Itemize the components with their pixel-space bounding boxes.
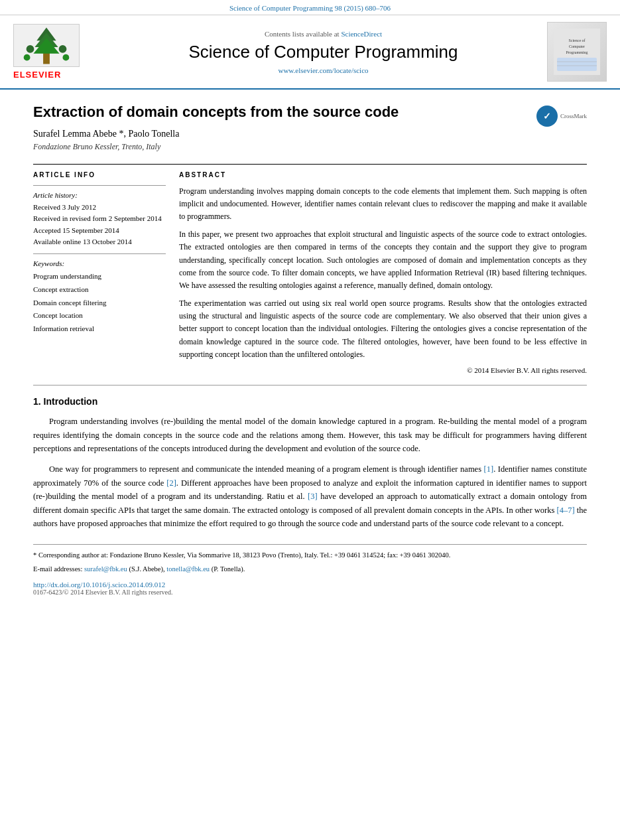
keywords-block: Keywords: Program understanding Concept …: [33, 253, 166, 336]
abstract-heading: ABSTRACT: [179, 171, 587, 178]
svg-rect-12: [557, 58, 597, 71]
article-history-block: Article history: Received 3 July 2012 Re…: [33, 185, 166, 248]
svg-point-6: [24, 54, 31, 60]
svg-point-4: [27, 45, 34, 53]
keywords-label: Keywords:: [33, 259, 166, 267]
article-info-heading: ARTICLE INFO: [33, 171, 166, 178]
science-direct-link[interactable]: ScienceDirect: [341, 30, 382, 38]
article-content: Extraction of domain concepts from the s…: [0, 90, 620, 609]
svg-text:Computer: Computer: [569, 44, 585, 48]
crossmark-icon[interactable]: ✓: [536, 105, 558, 127]
svg-point-7: [63, 54, 70, 60]
introduction-heading: 1. Introduction: [33, 396, 587, 407]
abstract-paragraph-2: In this paper, we present two approaches…: [179, 228, 587, 292]
title-row: Extraction of domain concepts from the s…: [33, 103, 587, 129]
journal-reference-text: Science of Computer Programming 98 (2015…: [229, 4, 391, 12]
abstract-paragraph-1: Program understanding involves mapping d…: [179, 185, 587, 224]
affiliation: Fondazione Bruno Kessler, Trento, Italy: [33, 142, 587, 152]
svg-rect-0: [43, 52, 50, 64]
email-label: E-mail addresses:: [33, 565, 84, 573]
contents-available-line: Contents lists available at ScienceDirec…: [99, 30, 547, 38]
intro-paragraph-1: Program understanding involves (re-)buil…: [33, 415, 587, 456]
footnote-email: E-mail addresses: surafel@fbk.eu (S.J. A…: [33, 564, 587, 575]
keyword-2: Concept extraction: [33, 283, 166, 297]
article-title: Extraction of domain concepts from the s…: [33, 103, 399, 122]
footnote-star: * Corresponding author at: Fondazione Br…: [33, 551, 451, 559]
journal-title: Science of Computer Programming: [99, 42, 547, 62]
accepted-date: Accepted 15 September 2014: [33, 225, 166, 237]
received-revised-date: Received in revised form 2 September 201…: [33, 213, 166, 225]
journal-thumbnail: Science of Computer Programming: [547, 22, 607, 82]
journal-url[interactable]: www.elsevier.com/locate/scico: [99, 66, 547, 74]
email-link-1[interactable]: surafel@fbk.eu: [84, 565, 127, 573]
svg-point-5: [59, 45, 67, 53]
intro-paragraph-2: One way for programmers to represent and…: [33, 462, 587, 531]
email-author-1: (S.J. Abebe),: [129, 565, 166, 573]
received-date: Received 3 July 2012: [33, 202, 166, 214]
journal-center-section: Contents lists available at ScienceDirec…: [99, 30, 547, 74]
elsevier-brand-label: ELSEVIER: [13, 70, 99, 80]
tree-svg: [14, 26, 79, 66]
crossmark-label: CrossMark: [560, 113, 587, 119]
keyword-4: Concept location: [33, 309, 166, 322]
issn-line: 0167-6423/© 2014 Elsevier B.V. All right…: [33, 589, 587, 596]
thumbnail-image: Science of Computer Programming: [548, 23, 606, 81]
journal-reference-bar: Science of Computer Programming 98 (2015…: [0, 0, 620, 15]
keyword-3: Domain concept filtering: [33, 297, 166, 310]
doi-anchor[interactable]: http://dx.doi.org/10.1016/j.scico.2014.0…: [33, 581, 165, 589]
cite-3[interactable]: [3]: [308, 492, 318, 501]
svg-text:Science of: Science of: [568, 38, 585, 42]
cite-2[interactable]: [2]: [166, 478, 176, 488]
article-history-label: Article history:: [33, 191, 166, 199]
elsevier-tree-image: [13, 24, 80, 67]
doi-link[interactable]: http://dx.doi.org/10.1016/j.scico.2014.0…: [33, 581, 587, 589]
section-divider: [33, 385, 587, 385]
crossmark-section: ✓ CrossMark: [536, 105, 587, 127]
article-info-column: ARTICLE INFO Article history: Received 3…: [33, 171, 166, 374]
abstract-paragraph-3: The experimentation was carried out usin…: [179, 297, 587, 361]
keyword-1: Program understanding: [33, 270, 166, 283]
email-author-2: (P. Tonella).: [212, 565, 245, 573]
footnote-section: * Corresponding author at: Fondazione Br…: [33, 544, 587, 575]
two-column-section: ARTICLE INFO Article history: Received 3…: [33, 164, 587, 374]
email-link-2[interactable]: tonella@fbk.eu: [166, 565, 210, 573]
elsevier-logo-section: ELSEVIER: [13, 24, 99, 80]
footnote-corresponding: * Corresponding author at: Fondazione Br…: [33, 550, 587, 561]
abstract-column: ABSTRACT Program understanding involves …: [179, 171, 587, 374]
available-online-date: Available online 13 October 2014: [33, 236, 166, 248]
keyword-5: Information retrieval: [33, 322, 166, 336]
journal-header: ELSEVIER Contents lists available at Sci…: [0, 15, 620, 90]
cite-4-7[interactable]: [4–7]: [556, 506, 574, 515]
cite-1[interactable]: [1]: [484, 464, 494, 474]
copyright-notice: © 2014 Elsevier B.V. All rights reserved…: [179, 366, 587, 374]
svg-text:Programming: Programming: [566, 50, 588, 54]
authors: Surafel Lemma Abebe *, Paolo Tonella: [33, 129, 587, 139]
